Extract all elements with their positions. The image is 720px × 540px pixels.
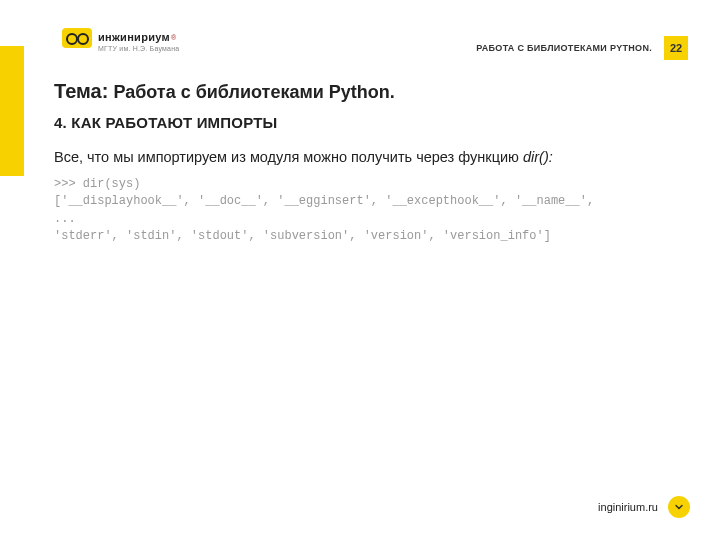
code-block: >>> dir(sys) ['__displayhook__', '__doc_…	[54, 176, 670, 246]
code-line-3: ...	[54, 212, 76, 226]
topic-rest: Работа с библиотеками Python.	[108, 82, 394, 102]
code-line-2: ['__displayhook__', '__doc__', '__eggins…	[54, 194, 594, 208]
logo-title: инжинириум	[98, 31, 170, 43]
header: инжинириум® МГТУ им. Н.Э. Баумана РАБОТА…	[0, 28, 720, 68]
logo-subtitle: МГТУ им. Н.Э. Баумана	[98, 45, 179, 52]
code-line-1: >>> dir(sys)	[54, 177, 140, 191]
page-number-badge: 22	[664, 36, 688, 60]
footer-site: inginirium.ru	[598, 501, 658, 513]
section-heading: 4. КАК РАБОТАЮТ ИМПОРТЫ	[54, 114, 277, 131]
chevron-down-icon	[673, 501, 685, 513]
next-button[interactable]	[668, 496, 690, 518]
header-right: РАБОТА С БИБЛИОТЕКАМИ PYTHON. 22	[476, 36, 688, 60]
logo-text: инжинириум® МГТУ им. Н.Э. Баумана	[98, 28, 179, 52]
logo-owl-icon	[62, 28, 92, 48]
footer: inginirium.ru	[598, 496, 690, 518]
course-title: РАБОТА С БИБЛИОТЕКАМИ PYTHON.	[476, 43, 652, 53]
slide: инжинириум® МГТУ им. Н.Э. Баумана РАБОТА…	[0, 0, 720, 540]
topic-line: Тема: Работа с библиотеками Python.	[54, 80, 395, 103]
logo-registered-icon: ®	[171, 34, 176, 41]
topic-lead: Тема:	[54, 80, 108, 102]
body-text-main: Все, что мы импортируем из модуля можно …	[54, 149, 523, 165]
logo: инжинириум® МГТУ им. Н.Э. Баумана	[62, 28, 179, 52]
body-text-em: dir():	[523, 149, 553, 165]
body-text: Все, что мы импортируем из модуля можно …	[54, 148, 670, 168]
code-line-4: 'stderr', 'stdin', 'stdout', 'subversion…	[54, 229, 551, 243]
